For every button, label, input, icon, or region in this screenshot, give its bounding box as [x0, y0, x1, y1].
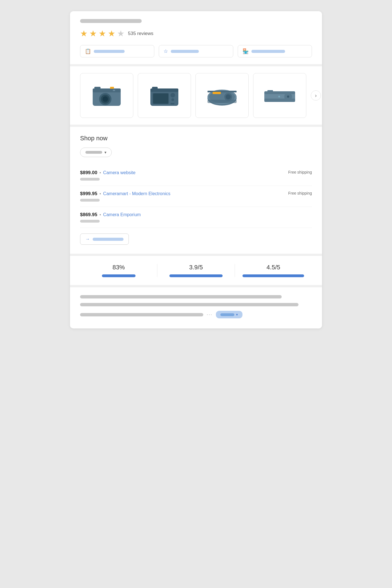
product-card: ★ ★ ★ ★ ★ 535 reviews 📋 ☆ 🏪	[70, 11, 322, 328]
svg-point-13	[171, 98, 174, 101]
svg-rect-19	[207, 91, 237, 92]
shop-title: Shop now	[80, 135, 312, 142]
camera-thumb-4[interactable]	[253, 73, 306, 118]
review-count: 535 reviews	[128, 31, 153, 36]
product-title-placeholder	[80, 19, 142, 23]
svg-rect-14	[171, 103, 174, 104]
expand-label	[220, 313, 234, 316]
star-3: ★	[99, 29, 106, 38]
camera-svg-3	[205, 83, 239, 108]
svg-rect-7	[113, 90, 115, 91]
stat-score2-bar	[242, 274, 304, 277]
overview-button[interactable]: 📋	[80, 45, 154, 57]
chevron-down-icon: ▾	[236, 312, 238, 317]
svg-rect-6	[110, 87, 114, 89]
stat-score1: 3.9/5	[157, 264, 235, 277]
description-section: ··· ▾	[70, 287, 322, 328]
svg-rect-29	[267, 90, 273, 92]
item-3-dot: •	[99, 213, 101, 217]
camera-thumb-1[interactable]	[80, 73, 133, 118]
shop-item-2-main: $999.95 • Cameramart - Modern Electronic…	[80, 191, 312, 197]
shop-section: Shop now ▾ $899.00 • Camera website Free…	[70, 127, 322, 256]
more-stores-label	[93, 238, 123, 241]
shop-item-1-main: $899.00 • Camera website Free shipping	[80, 170, 312, 176]
svg-point-28	[287, 95, 289, 98]
stat-score2-value: 4.5/5	[267, 264, 280, 271]
stat-recommend-value: 83%	[113, 264, 125, 271]
camera-thumb-2[interactable]	[138, 73, 191, 118]
item-2-store[interactable]: Cameramart - Modern Electronics	[103, 191, 170, 196]
desc-line-3	[80, 313, 203, 316]
item-1-subtitle	[80, 178, 100, 181]
star-icon: ☆	[164, 48, 168, 54]
camera-svg-2	[148, 83, 181, 108]
ellipsis-icon: ···	[207, 312, 213, 318]
stat-score2: 4.5/5	[235, 264, 312, 277]
star-2: ★	[89, 29, 97, 38]
desc-line-2	[80, 303, 298, 306]
shop-item-3-left: $869.95 • Camera Emporium	[80, 212, 141, 218]
camera-thumb-3[interactable]	[195, 73, 249, 118]
item-2-price: $999.95	[80, 191, 97, 197]
arrow-right-icon: →	[85, 237, 90, 242]
item-1-price: $899.00	[80, 170, 97, 176]
item-1-shipping: Free shipping	[288, 170, 312, 174]
item-2-subtitle	[80, 199, 100, 202]
svg-rect-15	[152, 87, 158, 89]
desc-line-1	[80, 295, 282, 298]
stat-score1-value: 3.9/5	[189, 264, 203, 271]
filter-button[interactable]: ▾	[80, 148, 112, 157]
stores-label	[251, 50, 285, 53]
svg-point-12	[171, 93, 175, 97]
item-2-shipping: Free shipping	[288, 191, 312, 195]
shop-item-2-left: $999.95 • Cameramart - Modern Electronic…	[80, 191, 170, 197]
shop-item-3: $869.95 • Camera Emporium	[80, 207, 312, 228]
svg-point-4	[102, 96, 108, 102]
item-1-dot: •	[99, 171, 101, 175]
chevron-down-icon: ▾	[104, 150, 106, 155]
stars-row: ★ ★ ★ ★ ★ 535 reviews	[80, 29, 312, 38]
shop-item-3-main: $869.95 • Camera Emporium	[80, 212, 312, 218]
svg-rect-5	[94, 87, 101, 90]
stats-section: 83% 3.9/5 4.5/5	[70, 256, 322, 287]
item-2-dot: •	[99, 192, 101, 196]
store-icon: 🏪	[242, 48, 249, 54]
action-buttons: 📋 ☆ 🏪	[80, 45, 312, 57]
svg-rect-23	[207, 100, 237, 103]
item-3-store[interactable]: Camera Emporium	[103, 212, 141, 217]
item-1-store[interactable]: Camera website	[103, 170, 136, 175]
star-4: ★	[108, 29, 115, 38]
svg-rect-11	[153, 94, 168, 104]
stores-button[interactable]: 🏪	[238, 45, 312, 57]
next-arrow-button[interactable]: ›	[311, 90, 321, 101]
rating-section: ★ ★ ★ ★ ★ 535 reviews 📋 ☆ 🏪	[70, 11, 322, 66]
svg-rect-22	[213, 92, 221, 94]
overview-icon: 📋	[85, 48, 91, 54]
filter-label	[85, 151, 102, 154]
svg-point-21	[226, 94, 231, 99]
star-5: ★	[117, 29, 125, 38]
shop-item-1: $899.00 • Camera website Free shipping	[80, 165, 312, 186]
svg-point-30	[278, 96, 280, 97]
stat-recommend-bar	[102, 274, 136, 277]
reviews-label	[171, 50, 199, 53]
reviews-button[interactable]: ☆	[159, 45, 233, 57]
desc-bottom-row: ··· ▾	[80, 311, 312, 318]
shop-item-1-left: $899.00 • Camera website	[80, 170, 136, 176]
stat-score1-bar	[169, 274, 223, 277]
camera-svg-1	[90, 83, 123, 108]
more-stores-button[interactable]: →	[80, 234, 129, 245]
item-3-price: $869.95	[80, 212, 97, 218]
star-1: ★	[80, 29, 88, 38]
shop-item-2: $999.95 • Cameramart - Modern Electronic…	[80, 186, 312, 207]
overview-label	[94, 50, 125, 53]
image-grid	[80, 73, 306, 118]
expand-button[interactable]: ▾	[216, 311, 242, 318]
item-3-subtitle	[80, 220, 100, 223]
camera-svg-4	[263, 83, 297, 108]
images-section: ›	[70, 66, 322, 127]
stat-recommend: 83%	[80, 264, 157, 277]
